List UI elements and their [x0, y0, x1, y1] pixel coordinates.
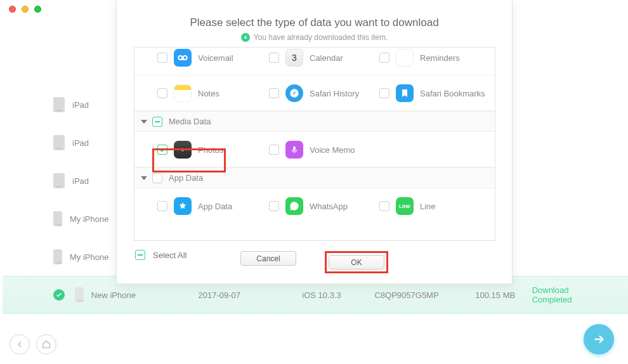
checkbox-safari-history[interactable]	[269, 88, 279, 98]
item-label: App Data	[198, 202, 232, 211]
phone-icon	[53, 211, 62, 226]
group-media-data[interactable]: Media Data	[134, 111, 495, 132]
checkbox-voice-memo[interactable]	[269, 145, 279, 155]
voice-memo-icon	[285, 141, 303, 159]
cancel-button[interactable]: Cancel	[240, 251, 296, 266]
checkbox-reminders[interactable]	[379, 53, 389, 63]
device-name: iPad	[72, 100, 89, 110]
data-row: Notes Safari History Safari Bookmarks	[134, 75, 495, 111]
chevron-down-icon	[141, 176, 147, 180]
data-row: App Data WhatsApp LINE Line	[134, 188, 495, 224]
group-label: App Data	[169, 173, 203, 183]
chevron-down-icon	[141, 120, 147, 124]
item-label: WhatsApp	[310, 202, 348, 211]
bottom-nav	[10, 334, 56, 354]
item-label: Voice Memo	[310, 145, 355, 155]
device-size: 100.15 MB	[475, 290, 532, 300]
tablet-icon	[53, 135, 65, 150]
group-app-data[interactable]: App Data	[134, 167, 495, 188]
svg-point-3	[181, 148, 184, 151]
checkbox-whatsapp[interactable]	[269, 201, 279, 211]
download-status: Download Completed	[532, 285, 610, 304]
modal-subtitle-text: You have already downloaded this item.	[254, 33, 388, 42]
device-name: New iPhone	[91, 290, 199, 300]
item-label: Line	[420, 202, 436, 211]
voicemail-icon	[174, 49, 192, 67]
annotation-highlight-ok: OK	[325, 251, 388, 273]
modal-buttons: Cancel OK	[117, 251, 512, 273]
device-name: iPad	[72, 176, 89, 186]
checkbox-safari-bookmarks[interactable]	[379, 88, 389, 98]
item-label: Notes	[198, 89, 219, 98]
item-label: Voicemail	[198, 53, 233, 63]
tablet-icon	[53, 97, 65, 112]
tablet-icon	[53, 173, 65, 188]
svg-rect-4	[293, 146, 296, 151]
device-serial: C8QP9057G5MP	[374, 290, 475, 300]
next-fab[interactable]	[584, 324, 614, 354]
calendar-icon: 3	[285, 49, 303, 67]
checkbox-notes[interactable]	[157, 88, 167, 98]
data-row: Voicemail 3 Calendar Reminders	[134, 47, 495, 75]
checkbox-photos[interactable]	[157, 145, 167, 155]
data-row: Photos Voice Memo	[134, 132, 495, 167]
home-button[interactable]	[36, 334, 56, 354]
reminders-icon	[396, 49, 414, 67]
item-label: Safari Bookmarks	[420, 89, 485, 98]
checkbox-app-group[interactable]	[152, 173, 162, 183]
modal-title: Please select the type of data you want …	[117, 0, 512, 29]
app-data-icon	[174, 197, 192, 215]
device-ios: iOS 10.3.3	[302, 290, 374, 300]
data-type-modal: Please select the type of data you want …	[116, 0, 513, 284]
download-check-icon	[241, 33, 250, 42]
whatsapp-icon	[285, 197, 303, 215]
phone-icon	[53, 249, 62, 264]
ok-button[interactable]: OK	[329, 255, 384, 270]
device-name: iPad	[72, 138, 89, 148]
item-label: Calendar	[310, 53, 343, 63]
checkbox-app-data[interactable]	[157, 201, 167, 211]
device-name: My iPhone	[70, 214, 108, 224]
item-label: Photos	[198, 145, 223, 155]
device-date: 2017-09-07	[199, 290, 303, 300]
device-name: My iPhone	[70, 252, 108, 262]
check-circle-icon	[53, 289, 65, 301]
line-icon: LINE	[396, 197, 414, 215]
item-label: Reminders	[420, 53, 460, 63]
data-type-list[interactable]: Voicemail 3 Calendar Reminders	[134, 47, 495, 241]
checkbox-media-group[interactable]	[152, 117, 162, 127]
notes-icon	[174, 84, 192, 102]
item-label: Safari History	[310, 89, 359, 98]
safari-bookmarks-icon	[396, 84, 414, 102]
photos-icon	[174, 141, 192, 159]
safari-history-icon	[285, 84, 303, 102]
back-button[interactable]	[10, 334, 30, 354]
checkbox-line[interactable]	[379, 201, 389, 211]
checkbox-voicemail[interactable]	[157, 53, 167, 63]
checkbox-calendar[interactable]	[269, 53, 279, 63]
group-label: Media Data	[169, 117, 211, 126]
phone-icon	[75, 287, 84, 302]
